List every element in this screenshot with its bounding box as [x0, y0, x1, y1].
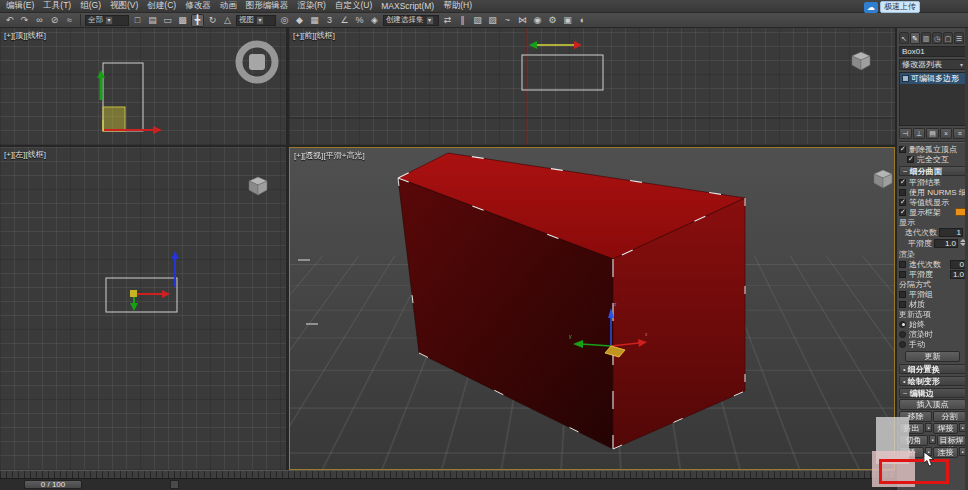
render-smoothness-row[interactable]: 平滑度 1.0 [899, 269, 966, 279]
tab-motion-icon[interactable]: ◷ [932, 32, 942, 44]
pin-stack-icon[interactable]: ⊣ [899, 128, 912, 139]
menu-item[interactable]: 创建(C) [147, 0, 176, 12]
menu-item[interactable]: 自定义(U) [335, 0, 372, 12]
keyboard-override-icon[interactable]: ▦ [308, 14, 321, 27]
checkbox-icon[interactable] [899, 301, 906, 308]
viewport-left[interactable]: [+][左][线框] [0, 147, 286, 470]
rollout-paint-deformation[interactable]: • 绘制变形 [899, 376, 966, 386]
tab-utilities-icon[interactable]: ☰ [954, 32, 964, 44]
viewcube[interactable] [874, 170, 892, 188]
checkbox-show-cage[interactable]: 显示框架 [899, 207, 966, 217]
tab-create-icon[interactable]: ↖ [899, 32, 909, 44]
viewport-splitter-horizontal[interactable] [0, 145, 895, 147]
checkbox-icon[interactable] [907, 156, 914, 163]
update-button[interactable]: 更新 [905, 351, 960, 362]
make-unique-icon[interactable]: ▤ [926, 128, 939, 139]
menu-item[interactable]: 组(G) [80, 0, 101, 12]
curve-editor-icon[interactable]: ~ [501, 14, 514, 27]
menu-item[interactable]: 动画 [220, 0, 237, 12]
schematic-view-icon[interactable]: ⋈ [516, 14, 529, 27]
iterations-field[interactable]: 1 [939, 228, 963, 237]
tab-display-icon[interactable]: ▢ [943, 32, 953, 44]
stack-item-editable-poly[interactable]: 可编辑多边形 [900, 73, 965, 84]
extrude-settings-icon[interactable]: ▪ [925, 423, 932, 432]
checkbox-icon[interactable] [899, 189, 906, 196]
radio-manually[interactable]: 手动 [899, 339, 966, 349]
upload-badge-label[interactable]: 极速上传 [880, 1, 920, 13]
modifier-stack[interactable]: 可编辑多边形 [899, 72, 966, 126]
viewcube[interactable] [249, 177, 267, 195]
ref-coord-dropdown[interactable]: 视图 ▾ [236, 15, 276, 26]
undo-icon[interactable]: ↶ [3, 14, 16, 27]
checkbox-icon[interactable] [899, 199, 906, 206]
select-link-icon[interactable]: ∞ [33, 14, 46, 27]
track-bar[interactable] [0, 470, 895, 478]
redo-icon[interactable]: ↷ [18, 14, 31, 27]
connect-button[interactable]: 连接 [933, 447, 958, 458]
select-move-icon[interactable]: ╋ [191, 14, 204, 27]
align-icon[interactable]: ∥ [456, 14, 469, 27]
percent-snap-icon[interactable]: % [353, 14, 366, 27]
select-manipulate-icon[interactable]: ◆ [293, 14, 306, 27]
red-box-object[interactable] [398, 153, 745, 449]
mirror-icon[interactable]: ⇄ [441, 14, 454, 27]
checkbox-use-nurms[interactable]: 使用 NURMS 细分 [899, 187, 966, 197]
select-by-name-icon[interactable]: ▤ [146, 14, 159, 27]
radio-always[interactable]: 始终 [899, 319, 966, 329]
chamfer-settings-icon[interactable]: ▪ [929, 435, 936, 444]
menu-item[interactable]: 编辑(E) [6, 0, 34, 12]
menu-item[interactable]: 修改器 [185, 0, 211, 12]
render-iterations-row[interactable]: 迭代次数 0 [899, 259, 966, 269]
viewport-top-label[interactable]: [+][顶][线框] [4, 30, 46, 41]
viewport-front-label[interactable]: [+][前][线框] [293, 30, 335, 41]
time-slider-button[interactable] [170, 480, 179, 489]
expand-icon[interactable]: • [903, 377, 906, 386]
radio-icon[interactable] [899, 341, 906, 348]
checkbox-smooth-result[interactable]: 平滑结果 [899, 177, 966, 187]
menu-item[interactable]: 图形编辑器 [246, 0, 289, 12]
insert-vertex-button[interactable]: 插入顶点 [899, 399, 966, 410]
remove-modifier-icon[interactable]: × [940, 128, 953, 139]
radio-icon[interactable] [899, 331, 906, 338]
unlink-icon[interactable]: ⊘ [48, 14, 61, 27]
checkbox-icon[interactable] [899, 261, 906, 268]
viewport-splitter-vertical[interactable] [286, 28, 289, 470]
modifier-list-dropdown[interactable]: 修改器列表 ▾ [899, 59, 966, 70]
select-rotate-icon[interactable]: ↻ [206, 14, 219, 27]
menu-item[interactable]: 帮助(H) [443, 0, 472, 12]
bind-spacewarp-icon[interactable]: ≈ [63, 14, 76, 27]
menu-item[interactable]: 渲染(R) [297, 0, 326, 12]
select-scale-icon[interactable]: △ [221, 14, 234, 27]
tab-modify-icon[interactable]: ✎ [910, 32, 920, 44]
smoothness-field[interactable]: 1.0 [934, 239, 958, 248]
rollout-edit-edges[interactable]: − 编辑边 [899, 388, 966, 398]
menu-item[interactable]: 视图(V) [110, 0, 138, 12]
tab-hierarchy-icon[interactable]: ▥ [921, 32, 931, 44]
viewport-perspective[interactable]: [+][透视][平滑+高光] [289, 147, 895, 470]
material-editor-icon[interactable]: ◉ [531, 14, 544, 27]
rect-selection-icon[interactable]: ▭ [161, 14, 174, 27]
viewcube[interactable] [852, 52, 870, 70]
checkbox-materials[interactable]: 材质 [899, 299, 966, 309]
target-weld-button[interactable]: 目标焊接 [937, 435, 966, 446]
viewport-top[interactable]: [+][顶][线框] [0, 28, 286, 145]
spinner-snap-icon[interactable]: ◈ [368, 14, 381, 27]
chevron-down-icon[interactable]: ▾ [960, 61, 963, 68]
checkbox-icon[interactable] [899, 291, 906, 298]
checkbox-isoline-display[interactable]: 等值线显示 [899, 197, 966, 207]
radio-icon[interactable] [899, 321, 906, 328]
expand-icon[interactable]: • [903, 365, 906, 374]
use-pivot-center-icon[interactable]: ◎ [278, 14, 291, 27]
collapse-icon[interactable]: − [903, 389, 908, 398]
checkbox-smoothing-groups[interactable]: 平滑组 [899, 289, 966, 299]
select-object-icon[interactable]: □ [131, 14, 144, 27]
weld-button[interactable]: 焊接 [933, 423, 958, 434]
chevron-down-icon[interactable]: ▾ [426, 16, 434, 25]
upload-badge[interactable]: ☁ 极速上传 [864, 1, 920, 13]
checkbox-delete-isolated[interactable]: 删除孤立顶点 [899, 144, 966, 154]
rendered-frame-icon[interactable]: ▣ [561, 14, 574, 27]
render-iterations-field[interactable]: 0 [950, 260, 966, 269]
collapse-icon[interactable]: − [903, 167, 908, 176]
checkbox-full-interactivity[interactable]: 完全交互 [899, 154, 966, 164]
ribbon-icon[interactable]: ▨ [486, 14, 499, 27]
